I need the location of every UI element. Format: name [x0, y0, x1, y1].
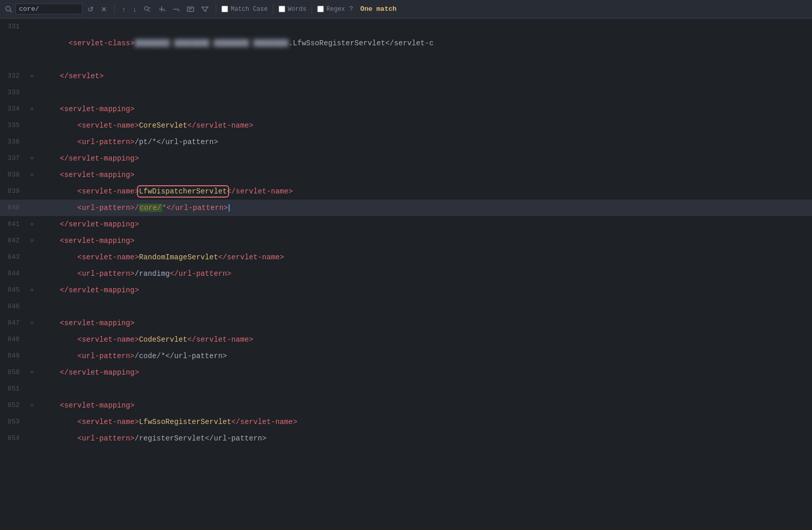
xml-tag: </url-pattern> — [170, 270, 232, 278]
fold-icon[interactable]: ◇ — [30, 364, 33, 381]
table-row: 843 <servlet-name>RandomImageServlet</se… — [0, 249, 812, 266]
prev-match-button[interactable]: ↑ — [120, 4, 128, 14]
xml-tag: <servlet-mapping> — [60, 237, 134, 245]
servlet-name-value: LfwSsoRegisterServlet — [139, 418, 231, 426]
line-number: 852 — [0, 397, 27, 414]
gutter: ◇ — [27, 364, 37, 381]
match-case-checkbox[interactable] — [221, 6, 228, 12]
xml-tag: *</url-pattern> — [162, 204, 228, 212]
svg-rect-10 — [187, 7, 194, 11]
xml-tag: </servlet-mapping> — [60, 368, 139, 377]
fold-icon[interactable]: ◇ — [30, 167, 33, 183]
table-row: 848 <servlet-name>CodeServlet</servlet-n… — [0, 331, 812, 348]
code-content: </servlet> — [37, 68, 104, 84]
xml-tag: <url-pattern>/ — [77, 204, 139, 212]
search-input[interactable] — [15, 4, 82, 14]
blurred-content: ████████ ████████ ████████ ████████ — [134, 39, 288, 47]
code-text: /pt/*</url-pattern> — [134, 138, 218, 146]
text-cursor — [229, 204, 230, 211]
line-number: 849 — [0, 348, 27, 364]
code-content: <url-pattern>/randimg</url-pattern> — [37, 266, 231, 282]
search-icon — [5, 6, 12, 13]
find-all-button[interactable] — [142, 5, 153, 14]
line-number: 847 — [0, 315, 27, 331]
fold-icon[interactable]: ◇ — [30, 282, 33, 298]
line-number: 854 — [0, 430, 27, 447]
code-content: <servlet-name>RandomImageServlet</servle… — [37, 249, 284, 266]
fold-icon[interactable]: ◇ — [30, 68, 33, 84]
code-content — [37, 298, 47, 315]
fold-icon[interactable]: ◇ — [30, 150, 33, 167]
fold-icon[interactable]: ◇ — [30, 216, 33, 233]
gutter — [27, 430, 37, 447]
words-option[interactable]: Words — [279, 6, 306, 13]
svg-rect-8 — [174, 9, 179, 9]
table-row: 846 — [0, 298, 812, 315]
gutter — [27, 266, 37, 282]
code-content: <servlet-mapping> — [37, 315, 134, 331]
words-checkbox[interactable] — [279, 6, 285, 12]
line-number: 845 — [0, 282, 27, 298]
line-number: 839 — [0, 183, 27, 200]
match-case-option[interactable]: Match Case — [221, 6, 268, 13]
gutter — [27, 183, 37, 200]
fold-icon[interactable]: ◇ — [30, 101, 33, 117]
gutter — [27, 298, 37, 315]
code-content: <url-pattern>/core/*</url-pattern> — [37, 200, 230, 216]
code-content: <servlet-class>████████ ████████ ███████… — [37, 19, 434, 68]
svg-rect-7 — [164, 10, 166, 10]
gutter — [27, 200, 37, 216]
xml-tag: <servlet-name> — [77, 335, 139, 344]
table-row: 333 — [0, 84, 812, 101]
code-content: <servlet-mapping> — [37, 233, 134, 249]
xml-tag: <servlet-name> — [77, 418, 139, 426]
code-text: .LfwSsoRegisterServlet</servlet-c — [288, 39, 434, 47]
regex-option[interactable]: Regex — [317, 6, 345, 13]
refresh-button[interactable]: ↺ — [85, 4, 96, 14]
gutter: ◇ — [27, 101, 37, 117]
remove-cursor-button[interactable] — [170, 5, 182, 14]
clear-button[interactable]: ✕ — [99, 4, 109, 14]
toggle-results-button[interactable] — [185, 5, 196, 14]
fold-icon[interactable]: ◇ — [30, 315, 33, 331]
code-content: <url-pattern>/pt/*</url-pattern> — [37, 134, 218, 150]
regex-checkbox[interactable] — [317, 6, 324, 12]
table-row: 847 ◇ <servlet-mapping> — [0, 315, 812, 331]
table-row: 850 ◇ </servlet-mapping> — [0, 364, 812, 381]
table-row: 853 <servlet-name>LfwSsoRegisterServlet<… — [0, 414, 812, 430]
xml-tag: <servlet-name> — [77, 253, 139, 261]
fold-icon[interactable]: ◇ — [30, 397, 33, 414]
fold-icon[interactable]: ◇ — [30, 233, 33, 249]
line-number: 841 — [0, 216, 27, 233]
svg-rect-9 — [178, 10, 180, 10]
line-number: 838 — [0, 167, 27, 183]
line-number: 851 — [0, 381, 27, 397]
code-content: <servlet-name>CodeServlet</servlet-name> — [37, 331, 253, 348]
line-number: 334 — [0, 101, 27, 117]
table-row: 852 ◇ <servlet-mapping> — [0, 397, 812, 414]
xml-tag: <servlet-class> — [68, 39, 134, 47]
divider-3 — [273, 5, 273, 14]
line-number: 848 — [0, 331, 27, 348]
match-case-label: Match Case — [231, 6, 268, 13]
table-row: 842 ◇ <servlet-mapping> — [0, 233, 812, 249]
xml-tag: <servlet-mapping> — [60, 319, 134, 327]
code-content — [37, 381, 47, 397]
add-cursor-button[interactable] — [156, 5, 167, 14]
code-content: </servlet-mapping> — [37, 282, 139, 298]
filter-button[interactable] — [199, 5, 211, 14]
line-number: 331 — [0, 19, 27, 68]
help-icon[interactable]: ? — [349, 5, 353, 13]
highlighted-servlet-name: LfwDispatcherServlet — [139, 187, 227, 196]
gutter — [27, 134, 37, 150]
xml-tag: <url-pattern> — [77, 270, 134, 278]
gutter — [27, 414, 37, 430]
code-content: <url-pattern>/registerServlet</url-patte… — [37, 430, 267, 447]
xml-tag: <servlet-mapping> — [60, 401, 134, 410]
code-content: <servlet-mapping> — [37, 167, 134, 183]
words-label: Words — [288, 6, 306, 13]
next-match-button[interactable]: ↓ — [131, 4, 139, 14]
servlet-name-value: CoreServlet — [139, 121, 187, 130]
search-match-highlight: core/ — [139, 204, 162, 212]
table-row: 849 <url-pattern>/code/*</url-pattern> — [0, 348, 812, 364]
